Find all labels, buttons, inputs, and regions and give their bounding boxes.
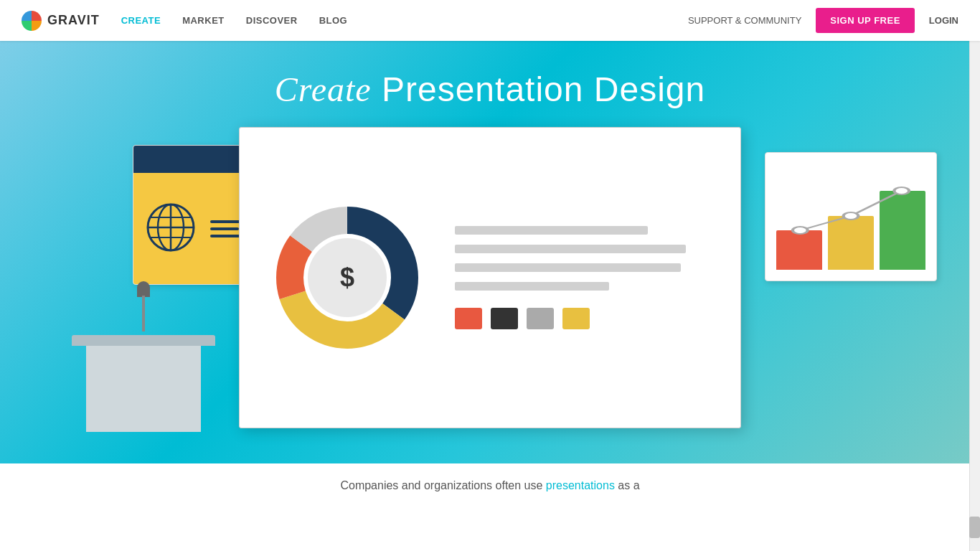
nav-links: CREATE MARKET DISCOVER BLOG [121,15,348,26]
svg-point-10 [793,227,808,234]
svg-point-12 [894,187,909,194]
scrollbar[interactable] [969,0,980,551]
podium-body [86,346,201,432]
hero-title-rest: Presentation Design [372,70,706,108]
swatch-gray [527,308,554,329]
donut-center-icon: $ [308,238,387,317]
content-line-2 [455,245,686,253]
hero-section: Create Presentation Design [0,41,980,507]
globe-icon [142,199,199,259]
hero-title-italic: Create [275,70,372,108]
slide-content [455,226,712,329]
donut-chart: $ [268,199,426,357]
content-line-4 [455,282,609,291]
hero-title: Create Presentation Design [275,70,705,109]
mic-stand [142,296,145,331]
scrollbar-thumb[interactable] [969,517,980,538]
mic-head [137,281,150,297]
nav-link-market[interactable]: MARKET [182,15,225,26]
support-link[interactable]: SUPPORT & COMMUNITY [688,15,801,26]
swatch-dark [491,308,518,329]
globe-line-2 [210,227,239,230]
content-line-3 [455,263,681,272]
brand-name: GRAVIT [47,13,100,28]
nav-right: SUPPORT & COMMUNITY SIGN UP FREE LOGIN [688,8,958,33]
slide-right [765,152,937,281]
nav-link-blog[interactable]: BLOG [319,15,348,26]
podium-top [72,335,215,346]
signup-button[interactable]: SIGN UP FREE [816,8,915,33]
logo[interactable]: GRAVIT [22,11,100,31]
slide-main: $ [239,127,741,428]
globe-line-3 [210,235,242,237]
color-swatches [455,308,712,329]
mockup-area: $ [0,123,980,432]
login-link[interactable]: LOGIN [929,15,958,26]
svg-point-11 [844,212,859,220]
bar-chart [776,176,925,270]
hero-bottom-text: Companies and organizations often use pr… [0,463,980,507]
navigation: GRAVIT CREATE MARKET DISCOVER BLOG SUPPO… [0,0,980,41]
bottom-text-highlight: presentations [546,479,615,491]
content-line-1 [455,226,648,235]
logo-icon [22,11,42,31]
swatch-red [455,308,482,329]
podium [72,281,215,432]
bottom-text-content: Companies and organizations often use pr… [340,479,639,492]
nav-link-discover[interactable]: DISCOVER [246,15,298,26]
nav-link-create[interactable]: CREATE [121,15,161,26]
swatch-yellow [562,308,590,329]
